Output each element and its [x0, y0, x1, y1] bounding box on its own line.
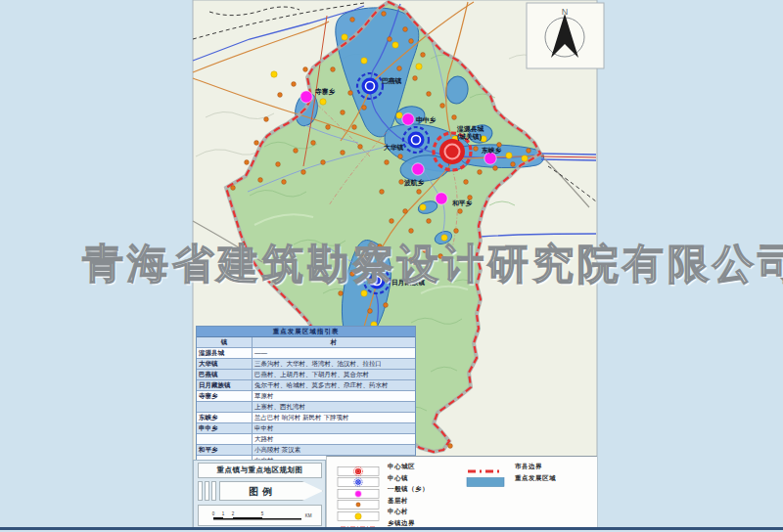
table-cell-town: 东峡乡: [197, 413, 253, 422]
town-label: 寺寨乡: [314, 88, 336, 96]
table-cell-villages: 草原村: [253, 391, 415, 401]
town-label: 东峡乡: [481, 147, 502, 155]
county_seat-swatch-icon: [337, 463, 380, 472]
legend-item-township: 一般镇（乡）: [337, 484, 429, 495]
table-row: 巴燕镇巴燕村、上胡丹村、下胡丹村、莫合尔村: [197, 370, 415, 380]
table-cell-villages: 大路村: [253, 434, 415, 444]
table-cell-villages: 申中村: [253, 423, 415, 433]
scale-tick-label: 1: [222, 511, 225, 516]
table-cell-town: 日月藏族镇: [197, 380, 253, 390]
legend-label: 基层村: [388, 497, 408, 506]
legend-label: 中心村: [388, 508, 408, 516]
legend-label: 中心镇: [388, 474, 408, 483]
table-cell-town: 申中乡: [197, 423, 253, 433]
key_area-swatch-icon: [464, 473, 507, 483]
table-cell-town: [197, 402, 253, 412]
table-cell-town: 湟源县城: [197, 348, 253, 358]
county_boundary-swatch-icon: [464, 463, 507, 472]
north-arrow: N: [527, 3, 604, 68]
table-cell-villages: 上寨村、西扎湾村: [253, 402, 415, 412]
legend-item-center_village: 中心村: [337, 507, 429, 517]
table-row: 上寨村、西扎湾村: [197, 402, 415, 413]
legend-label: 一般镇（乡）: [388, 485, 429, 494]
map-title: 重点镇与重点地区规划图: [217, 466, 303, 475]
town-label-line2: (城关镇): [457, 133, 482, 141]
town-label: 巴燕镇: [382, 77, 402, 85]
bottom-border-bar: [0, 527, 783, 530]
table-row: 大华镇三条沟村、大华村、塔湾村、池汉村、拉拉口: [197, 359, 415, 370]
table-row: 东峡乡兰占巴村 响河村 新民村 下脖项村: [197, 413, 415, 423]
legend-item-county_boundary: 市县边界: [464, 462, 556, 472]
table-cell-villages: 巴燕村、上胡丹村、下胡丹村、莫合尔村: [253, 370, 415, 379]
town-label: 和平乡: [451, 200, 473, 207]
township-swatch-icon: [337, 485, 380, 495]
table-row: 日月藏族镇兔尔干村、哈城村、莫多吉村、尕庄村、药水村: [197, 380, 415, 391]
scale-box: 0125 KM: [198, 505, 322, 526]
table-cell-town: 大华镇: [197, 359, 253, 369]
legend-label: 市县边界: [515, 463, 542, 471]
center_town-swatch-icon: [337, 473, 380, 483]
table-row: 和平乡小高陵村 茶汉素: [197, 445, 415, 456]
table-cell-villages: 小高陵村 茶汉素: [253, 445, 415, 455]
town-label: 日月藏族镇: [392, 279, 425, 287]
decorative-bar: [205, 481, 209, 501]
decorative-bar: [198, 481, 203, 501]
scale-tick-label: 2: [232, 511, 235, 516]
table-cell-villages: 兔尔干村、哈城村、莫多吉村、尕庄村、药水村: [253, 380, 415, 390]
legend-item-key_area: 重点发展区域: [464, 473, 556, 484]
table-body: 湟源县城——大华镇三条沟村、大华村、塔湾村、池汉村、拉拉口巴燕镇巴燕村、上胡丹村…: [197, 348, 415, 466]
legend-panel: 中心城区中心镇一般镇（乡）基层村中心村乡镇边界 市县边界重点发展区域: [326, 456, 597, 528]
scale-tick-label: 0: [212, 511, 215, 516]
title-block: 重点镇与重点地区规划图 图例 0125 KM: [193, 460, 326, 528]
town-label: 湟源县城: [456, 125, 484, 133]
decorative-bar: [211, 481, 216, 501]
legend-column-markers: 中心城区中心镇一般镇（乡）基层村中心村乡镇边界: [337, 462, 429, 529]
scale-tick-label: 5: [261, 511, 264, 516]
legend-item-base_village: 基层村: [337, 496, 429, 507]
table-title: 重点发展区域指引表: [197, 327, 415, 337]
table-header-row: 镇 村: [197, 337, 415, 348]
table-cell-town: 寺寨乡: [197, 391, 253, 401]
map-title-box: 重点镇与重点地区规划图: [198, 463, 322, 478]
town-label: 申中乡: [416, 116, 437, 124]
table-header-village: 村: [253, 337, 415, 347]
legend-banner: 图例: [219, 481, 323, 501]
table-row: 申中乡申中村: [197, 423, 415, 434]
key-area-table: 重点发展区域指引表 镇 村 湟源县城——大华镇三条沟村、大华村、塔湾村、池汉村、…: [196, 326, 416, 466]
table-row: 湟源县城——: [197, 348, 415, 359]
base_village-swatch-icon: [337, 496, 380, 506]
center_village-swatch-icon: [337, 508, 380, 517]
legend-label: 重点发展区域: [515, 474, 556, 483]
town-label: 波航乡: [403, 179, 425, 187]
table-row: 寺寨乡草原村: [197, 391, 415, 402]
table-cell-villages: ——: [253, 348, 415, 358]
table-cell-villages: 三条沟村、大华村、塔湾村、池汉村、拉拉口: [253, 359, 415, 369]
scale-bar: 0125 KM: [208, 510, 316, 525]
table-header-town: 镇: [197, 337, 253, 347]
town-label: 大华镇: [384, 144, 404, 152]
svg-text:KM: KM: [305, 513, 312, 518]
legend-item-county_seat: 中心城区: [337, 462, 429, 472]
table-cell-villages: 兰占巴村 响河村 新民村 下脖项村: [253, 413, 415, 422]
legend-item-center_town: 中心镇: [337, 473, 429, 484]
table-row: 大路村: [197, 434, 415, 445]
table-cell-town: [197, 434, 253, 444]
legend-label: 中心城区: [388, 463, 415, 471]
legend-column-areas: 市县边界重点发展区域: [464, 462, 556, 484]
table-cell-town: 巴燕镇: [197, 370, 253, 379]
map-document: 巴燕镇寺寨乡申中乡大华镇湟源县城(城关镇)东峡乡波航乡和平乡日月藏族镇 N 青海…: [0, 0, 783, 532]
legend-banner-label: 图例: [249, 485, 276, 499]
table-cell-town: 和平乡: [197, 445, 253, 455]
